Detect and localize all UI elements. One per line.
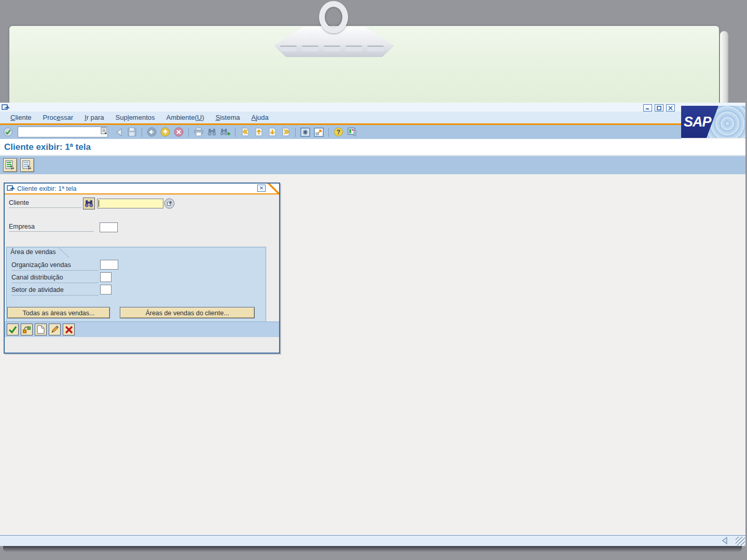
display-list-a-icon[interactable]: [3, 158, 17, 172]
text-caret: [99, 200, 99, 207]
display-list-b-icon[interactable]: [20, 158, 34, 172]
cancel-x-icon[interactable]: [63, 324, 75, 335]
sap-logo: SAP: [681, 106, 718, 138]
close-icon[interactable]: [666, 104, 675, 111]
customer-sales-areas-button[interactable]: Áreas de vendas do cliente...: [120, 307, 255, 318]
continue-check-icon[interactable]: [7, 324, 19, 335]
save-icon[interactable]: [126, 126, 138, 138]
sap-window: ClienteProcessarIr paraSuplementosAmbien…: [0, 103, 745, 546]
screen-title-bar: Cliente exibir: 1ª tela: [0, 139, 745, 156]
find-icon[interactable]: [206, 126, 218, 138]
sales-area-row-label: Setor de atividade: [11, 286, 99, 296]
toolbar-separator: [142, 128, 142, 137]
dialog-close-icon[interactable]: ✕: [257, 185, 266, 192]
menu-item-ajuda[interactable]: Ajuda: [251, 114, 268, 121]
edit-icon[interactable]: [49, 324, 61, 335]
command-list-icon[interactable]: [101, 127, 107, 137]
matchcode-icon[interactable]: [164, 198, 175, 211]
status-bar: [0, 535, 745, 546]
dialog-title-bar[interactable]: Cliente exibir: 1ª tela ✕: [5, 184, 279, 194]
application-toolbar: [0, 156, 745, 174]
toolbar-separator: [328, 128, 329, 137]
toolbar-separator: [295, 128, 296, 137]
command-input[interactable]: [26, 128, 101, 136]
system-toolbar: ?: [0, 125, 681, 139]
maximize-icon[interactable]: [655, 104, 663, 111]
menu-item-ir-para[interactable]: Ir para: [85, 114, 104, 121]
dialog-screen-icon: [7, 184, 15, 193]
clipboard-clip-slots: [280, 46, 388, 51]
dialog-title: Cliente exibir: 1ª tela: [17, 185, 76, 192]
menu-item-sistema[interactable]: Sistema: [215, 114, 240, 121]
scroll-left-icon[interactable]: [721, 537, 728, 547]
sales-area-row-input[interactable]: [100, 285, 112, 295]
window-top-strip: [0, 103, 745, 111]
screen-title: Cliente exibir: 1ª tela: [4, 142, 91, 152]
clipboard-paper-edge: [720, 31, 728, 104]
minimize-icon[interactable]: [643, 104, 652, 111]
last-page-icon[interactable]: [280, 126, 292, 138]
empresa-input[interactable]: [100, 222, 118, 232]
toolbar-separator: [235, 128, 236, 137]
dialog-corner-stripe: [268, 184, 279, 193]
sales-area-groupbox: Área de vendas Organização vendasCanal d…: [6, 247, 266, 326]
print-icon[interactable]: [192, 126, 204, 138]
nav-back-icon[interactable]: [146, 126, 158, 138]
content-area: Cliente exibir: 1ª tela ✕ Cliente Empres…: [0, 174, 745, 535]
transfer-icon[interactable]: [21, 324, 33, 335]
window-shadow: [3, 546, 742, 552]
help-icon[interactable]: ?: [333, 126, 344, 138]
find-next-icon[interactable]: [219, 126, 231, 138]
dialog-cliente-exibir: Cliente exibir: 1ª tela ✕ Cliente Empres…: [4, 183, 280, 354]
menu-item-processar[interactable]: Processar: [43, 114, 73, 121]
cliente-label: Cliente: [9, 199, 81, 208]
sales-area-row-input[interactable]: [100, 272, 112, 282]
svg-text:?: ?: [337, 129, 340, 136]
menu-item-cliente[interactable]: Cliente: [10, 114, 31, 121]
dialog-body: Cliente Empresa Área de vendas: [5, 194, 279, 337]
exit-icon[interactable]: [159, 126, 171, 138]
sales-area-title: Área de vendas: [10, 248, 56, 256]
enter-icon[interactable]: [2, 126, 14, 138]
back-icon[interactable]: [113, 126, 125, 138]
menu-item-suplementos[interactable]: Suplementos: [116, 114, 155, 121]
dialog-footer: [5, 321, 279, 337]
clipboard-clip-ring: [319, 1, 348, 33]
create-icon[interactable]: [35, 324, 47, 335]
customize-icon[interactable]: [346, 126, 358, 138]
command-field[interactable]: [18, 127, 108, 137]
new-session-icon[interactable]: [299, 126, 311, 138]
window-controls: [643, 104, 675, 111]
menu-bar: ClienteProcessarIr paraSuplementosAmbien…: [0, 111, 681, 123]
empresa-label: Empresa: [9, 223, 94, 232]
sales-area-row-label: Canal distribuição: [11, 274, 99, 283]
cliente-input[interactable]: [97, 199, 163, 208]
screenshot-stage: ClienteProcessarIr paraSuplementosAmbien…: [0, 0, 747, 560]
all-sales-areas-button[interactable]: Todas as áreas vendas...: [7, 307, 110, 318]
menu-item-ambiente-u[interactable]: Ambiente(U): [167, 114, 204, 121]
search-binoculars-icon[interactable]: [83, 198, 95, 209]
sales-area-row-input[interactable]: [100, 260, 118, 270]
sales-area-tab: Área de vendas: [6, 247, 70, 260]
shortcut-icon[interactable]: [313, 126, 325, 138]
sap-logo-ripple: SAP: [681, 106, 745, 138]
sales-area-row-label: Organização vendas: [11, 261, 99, 271]
resize-grip-icon[interactable]: [736, 537, 745, 545]
toolbar-separator: [188, 128, 189, 137]
cancel-icon[interactable]: [173, 126, 185, 138]
first-page-icon[interactable]: [239, 126, 251, 138]
previous-page-icon[interactable]: [253, 126, 265, 138]
next-page-icon[interactable]: [266, 126, 278, 138]
